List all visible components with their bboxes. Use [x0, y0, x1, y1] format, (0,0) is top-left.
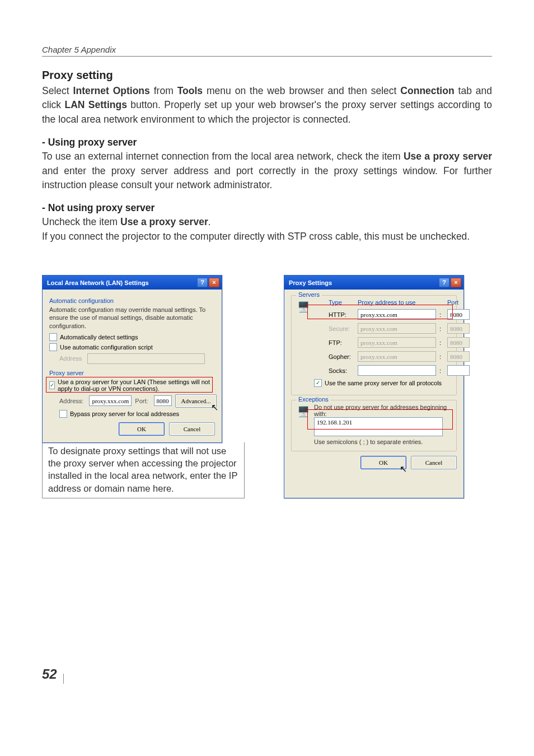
group-autoconfig-desc: Automatic configuration may override man… [49, 306, 215, 330]
chk-bypass-label: Bypass proxy server for local addresses [70, 410, 179, 417]
sub-title-using: - Using proxy server [42, 137, 492, 148]
gopher-port-input: 8080 [447, 351, 470, 362]
exceptions-hint: Use semicolons ( ; ) to separate entries… [314, 438, 451, 445]
sub-title-notusing: - Not using proxy server [42, 202, 492, 214]
http-port-input[interactable]: 8080 [447, 309, 470, 320]
chk-auto-detect-row[interactable]: Automatically detect settings [49, 333, 215, 341]
proxy-port-input[interactable]: 8080 [154, 395, 172, 406]
chk-auto-detect-label: Automatically detect settings [60, 334, 138, 340]
cancel-button[interactable]: Cancel [169, 422, 215, 436]
ok-label: OK [379, 459, 388, 466]
address-label: Address: [59, 398, 83, 404]
colon: : [439, 311, 444, 318]
address-input-disabled [87, 353, 205, 364]
proxy-settings-dialog: Proxy Settings ? × 🖥️ Type Proxy addr [284, 275, 464, 498]
proxy-titlebar: Proxy Settings ? × [284, 276, 463, 290]
text: To use an external internet connection f… [42, 151, 404, 162]
bold: Internet Options [73, 85, 150, 96]
lan-note-text: To designate proxy settings that will no… [48, 445, 238, 494]
secure-address-input: proxy.xxx.com [358, 323, 436, 334]
section-title: Proxy setting [42, 69, 492, 82]
ok-button[interactable]: OK ↖ [360, 456, 406, 469]
checkbox-icon[interactable] [49, 333, 57, 341]
ok-button[interactable]: OK [119, 422, 165, 436]
cancel-button[interactable]: Cancel [411, 456, 457, 469]
lan-settings-dialog: Local Area Network (LAN) Settings ? × Au… [42, 275, 222, 443]
row-socks-label: Socks: [329, 367, 354, 374]
exceptions-desc: Do not use proxy server for addresses be… [314, 404, 451, 417]
text: Select [42, 85, 73, 96]
col-port: Port [447, 299, 469, 306]
using-paragraph: To use an external internet connection f… [42, 150, 492, 192]
socks-port-input[interactable] [447, 365, 470, 376]
checkbox-icon[interactable] [59, 410, 67, 418]
screenshots-row: Local Area Network (LAN) Settings ? × Au… [42, 275, 492, 498]
http-address-input[interactable]: proxy.xxx.com [358, 309, 436, 320]
colon: : [439, 353, 444, 360]
text: and enter the proxy server address and p… [42, 165, 492, 190]
bold: LAN Settings [64, 99, 127, 110]
chk-use-proxy-label: Use a proxy server for your LAN (These s… [58, 379, 215, 392]
lan-title: Local Area Network (LAN) Settings [47, 279, 149, 286]
notusing-paragraph-1: Uncheck the item Use a proxy server. [42, 215, 492, 229]
servers-group: 🖥️ Type Proxy address to use Port HTTP: [291, 295, 457, 395]
close-icon[interactable]: × [209, 278, 219, 287]
text: from [150, 85, 177, 96]
chk-bypass-row[interactable]: Bypass proxy server for local addresses [59, 410, 215, 418]
bold: Connection [400, 85, 454, 96]
servers-icon: 🖥️ [297, 299, 310, 315]
text: Uncheck the item [42, 216, 120, 227]
notusing-paragraph-2: If you connect the projector to the comp… [42, 230, 492, 244]
proxy-address-input[interactable]: proxy.xxx.com [89, 395, 132, 406]
chk-use-proxy-row[interactable]: Use a proxy server for your LAN (These s… [49, 379, 215, 392]
colon: : [439, 325, 444, 332]
text: menu on the web browser and then select [203, 85, 400, 96]
chk-auto-script-row[interactable]: Use automatic configuration script [49, 343, 215, 351]
bold: Use a proxy server [120, 216, 208, 227]
help-icon[interactable]: ? [439, 278, 449, 287]
exceptions-icon: 🖥️ [297, 404, 310, 419]
lan-titlebar: Local Area Network (LAN) Settings ? × [43, 276, 222, 290]
bold: Use a proxy server [404, 151, 492, 162]
col-type: Type [329, 299, 354, 306]
colon: : [439, 367, 444, 374]
socks-address-input[interactable] [358, 365, 436, 376]
ftp-port-input: 8080 [447, 337, 470, 348]
exceptions-input[interactable]: 192.168.1.201 [314, 417, 443, 436]
col-addr: Proxy address to use [358, 299, 436, 306]
chk-auto-script-label: Use automatic configuration script [60, 344, 153, 351]
text: . [208, 216, 211, 227]
checkbox-icon[interactable] [49, 343, 57, 351]
advanced-label: Advanced... [181, 398, 211, 404]
exceptions-group: 🖥️ Do not use proxy server for addresses… [291, 400, 457, 451]
row-secure-label: Secure: [329, 325, 354, 332]
page-number: 52 [42, 666, 492, 682]
row-http-label: HTTP: [329, 311, 354, 318]
gopher-address-input: proxy.xxx.com [358, 351, 436, 362]
chk-same-row[interactable]: Use the same proxy server for all protoc… [314, 379, 469, 387]
row-gopher-label: Gopher: [329, 353, 354, 360]
address-label-disabled: Address [59, 355, 82, 362]
checkbox-icon[interactable] [49, 381, 55, 389]
row-ftp-label: FTP: [329, 339, 354, 346]
bold: Tools [177, 85, 203, 96]
ftp-address-input: proxy.xxx.com [358, 337, 436, 348]
proxy-title: Proxy Settings [289, 279, 332, 286]
colon: : [439, 339, 444, 346]
cursor-icon: ↖ [400, 464, 407, 474]
group-proxy-label: Proxy server [49, 370, 215, 376]
intro-paragraph: Select Internet Options from Tools menu … [42, 84, 492, 127]
advanced-button[interactable]: Advanced... ↖ [175, 394, 217, 408]
group-autoconfig-label: Automatic configuration [49, 297, 215, 304]
chk-same-label: Use the same proxy server for all protoc… [325, 380, 442, 386]
port-label: Port: [135, 398, 148, 404]
chapter-header: Chapter 5 Appendix [42, 45, 492, 57]
close-icon[interactable]: × [451, 278, 461, 287]
checkbox-icon[interactable] [314, 379, 322, 387]
secure-port-input: 8080 [447, 323, 470, 334]
help-icon[interactable]: ? [197, 278, 208, 287]
